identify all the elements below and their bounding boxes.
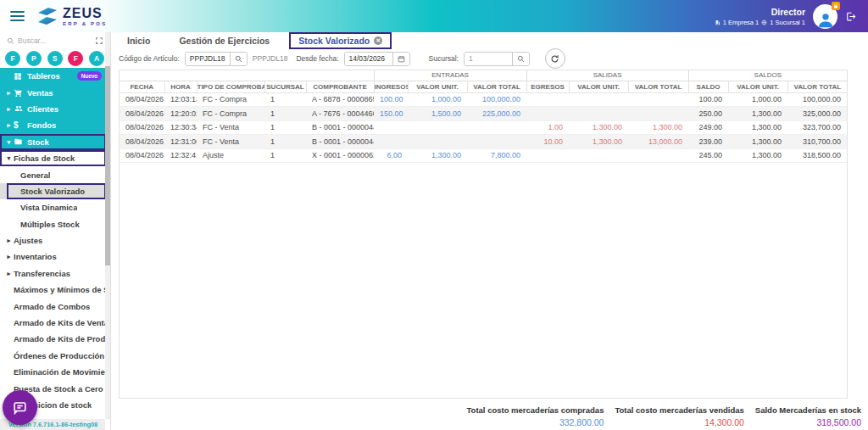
- filterbar: Código de Artículo: PPPJDL18 Desde fecha…: [111, 49, 868, 68]
- cell: 08/04/2026: [120, 135, 164, 149]
- sidebar-item-armado-de-combos[interactable]: Armado de Combos: [0, 298, 106, 314]
- chevron-right-icon[interactable]: ▸: [4, 270, 14, 277]
- cell: 12:31:06: [164, 135, 197, 149]
- sidebar-item-label: Clientes: [27, 104, 58, 114]
- chevron-down-icon[interactable]: ▾: [4, 154, 14, 162]
- sidebar-item-armado-de-kits-de-produccion[interactable]: Armado de Kits de Producción: [0, 331, 106, 347]
- sidebar-item-maximos-y-minimos-de-stock[interactable]: Máximos y Mínimos de Stock: [0, 282, 106, 298]
- cell: 1: [264, 148, 306, 163]
- sidebar-search-input[interactable]: [18, 36, 92, 45]
- table-row[interactable]: 08/04/202612:03:13FC - Compra1A - 6878 -…: [120, 92, 847, 107]
- sidebar-scrollbar[interactable]: [105, 32, 110, 419]
- cell: 245.00: [688, 148, 728, 163]
- article-search-button[interactable]: [230, 53, 247, 65]
- sidebar-item-fondos[interactable]: ▸$Fondos: [0, 117, 106, 133]
- sidebar-item-label: General: [20, 170, 50, 180]
- tab-gestion-de-ejercicios[interactable]: Gestión de Ejercicios: [170, 32, 279, 49]
- column-header-hora-1: HORA: [164, 81, 197, 92]
- shortcut-f-3[interactable]: F: [68, 51, 83, 66]
- chevron-right-icon[interactable]: ▸: [4, 105, 14, 113]
- cell: 318,500.00: [787, 148, 847, 163]
- table-row[interactable]: 08/04/202612:31:06FC - Venta1B - 0001 - …: [120, 135, 847, 149]
- tabbar: InicioGestión de EjerciciosStock Valoriz…: [111, 32, 868, 49]
- sidebar-item-ventas[interactable]: ▸Ventas: [0, 84, 106, 100]
- sidebar-item-general[interactable]: General: [0, 166, 106, 182]
- branch-input[interactable]: [465, 53, 512, 65]
- chevron-right-icon[interactable]: ▸: [4, 237, 14, 244]
- sidebar-item-armado-de-kits-de-venta[interactable]: Armado de Kits de Venta: [0, 315, 106, 331]
- date-from-label: Desde fecha:: [296, 54, 338, 63]
- tab-stock-valorizado[interactable]: Stock Valorizado✕: [289, 32, 392, 49]
- cell: 1,300.00: [569, 120, 628, 135]
- sidebar-item-fichas-de-stock[interactable]: ▾Fichas de Stock: [0, 150, 106, 166]
- sidebar-item-label: Múltiples Stock: [20, 220, 80, 229]
- sidebar-item-stock[interactable]: ▾Stock: [0, 134, 106, 150]
- sidebar-item-tableros[interactable]: TablerosNuevo: [0, 68, 106, 84]
- sidebar-item-label: Armado de Kits de Producción: [14, 334, 106, 343]
- article-code-input[interactable]: [186, 53, 230, 65]
- sidebar-item-ordenes-de-produccion[interactable]: Órdenes de Producción: [0, 348, 106, 364]
- cell: 12:03:13: [164, 92, 197, 107]
- table-row[interactable]: 08/04/202612:20:02FC - Compra1A - 7676 -…: [120, 107, 847, 121]
- cell: 100.00: [688, 92, 728, 107]
- column-header-valor-unit-6: VALOR UNIT.: [408, 81, 467, 92]
- logout-button[interactable]: [845, 11, 856, 22]
- refresh-button[interactable]: [545, 48, 565, 69]
- date-from-input[interactable]: [345, 53, 392, 65]
- total-label: Total costo mercaderías vendidas: [615, 405, 743, 415]
- shortcut-p-1[interactable]: P: [26, 51, 42, 66]
- sidebar-item-multiples-stock[interactable]: Múltiples Stock: [0, 216, 106, 232]
- sidebar-item-transferencias[interactable]: ▸Transferencias: [0, 265, 106, 282]
- table-row[interactable]: 08/04/202612:30:34FC - Venta1B - 0001 - …: [120, 120, 847, 135]
- cell: 1,500.00: [408, 107, 467, 121]
- cell: [569, 107, 628, 121]
- calendar-icon[interactable]: [392, 53, 409, 65]
- cell: 1,300.00: [628, 120, 688, 135]
- table-row[interactable]: 08/04/202612:32:41Ajuste1X - 0001 - 0000…: [120, 148, 847, 163]
- shortcut-f-0[interactable]: F: [5, 51, 20, 66]
- sidebar-item-stock-valorizado[interactable]: Stock Valorizado: [0, 183, 106, 199]
- scrollbar-thumb[interactable]: [105, 66, 110, 265]
- chevron-right-icon[interactable]: ▸: [4, 253, 14, 260]
- cell: 12:20:02: [164, 107, 197, 121]
- cell: FC - Compra: [197, 107, 264, 121]
- cell: FC - Venta: [197, 120, 264, 135]
- sidebar-item-clientes[interactable]: ▸Clientes: [0, 101, 106, 117]
- sidebar-item-label: Fondos: [27, 120, 56, 130]
- total-saldo-mercaderias-en-stock: Saldo Mercaderías en stock318,500.00: [755, 405, 861, 427]
- brand-name: ZEUS: [63, 7, 107, 20]
- globe-icon: [761, 20, 767, 25]
- hamburger-menu-button[interactable]: [10, 11, 25, 22]
- chevron-right-icon[interactable]: ▸: [4, 121, 14, 129]
- cell: 10.00: [526, 135, 569, 149]
- tab-label: Stock Valorizado: [298, 36, 370, 46]
- sidebar-item-label: Máximos y Mínimos de Stock: [14, 285, 106, 294]
- sidebar-item-vista-dinamica[interactable]: Vista Dinamica: [0, 199, 106, 215]
- cell: 1,300.00: [408, 148, 467, 163]
- cell: 1: [264, 120, 306, 135]
- group-header-entradas: ENTRADAS: [374, 70, 526, 81]
- sidebar-item-label: Órdenes de Producción: [14, 351, 104, 360]
- close-tab-icon[interactable]: ✕: [374, 36, 382, 45]
- dollar-icon: $: [14, 120, 27, 130]
- branch-search-button[interactable]: [512, 53, 529, 65]
- shortcut-a-4[interactable]: A: [89, 51, 104, 66]
- main-content: InicioGestión de EjerciciosStock Valoriz…: [111, 32, 868, 430]
- cell: 249.00: [688, 120, 728, 135]
- dashboard-icon: [14, 72, 27, 81]
- cell: B - 0001 - 00000446: [306, 135, 374, 149]
- sidebar-item-ajustes[interactable]: ▸Ajustes: [0, 232, 106, 249]
- chevron-right-icon[interactable]: ▸: [4, 89, 14, 97]
- sidebar-item-inventarios[interactable]: ▸Inventarios: [0, 249, 106, 265]
- fullscreen-icon[interactable]: [95, 36, 103, 45]
- cell: [526, 107, 569, 121]
- tab-inicio[interactable]: Inicio: [118, 32, 159, 49]
- sidebar-item-eliminacion-de-movimientos[interactable]: Eliminación de Movimientos: [0, 364, 106, 380]
- chat-fab-button[interactable]: [3, 390, 37, 425]
- shortcut-s-2[interactable]: S: [47, 51, 63, 66]
- sidebar-item-label: Inventarios: [14, 252, 57, 261]
- cell: [374, 120, 408, 135]
- chevron-down-icon[interactable]: ▾: [4, 138, 14, 146]
- table-body: 08/04/202612:03:13FC - Compra1A - 6878 -…: [120, 92, 847, 163]
- totals-bar: Total costo mercaderías compradas332,800…: [467, 405, 861, 427]
